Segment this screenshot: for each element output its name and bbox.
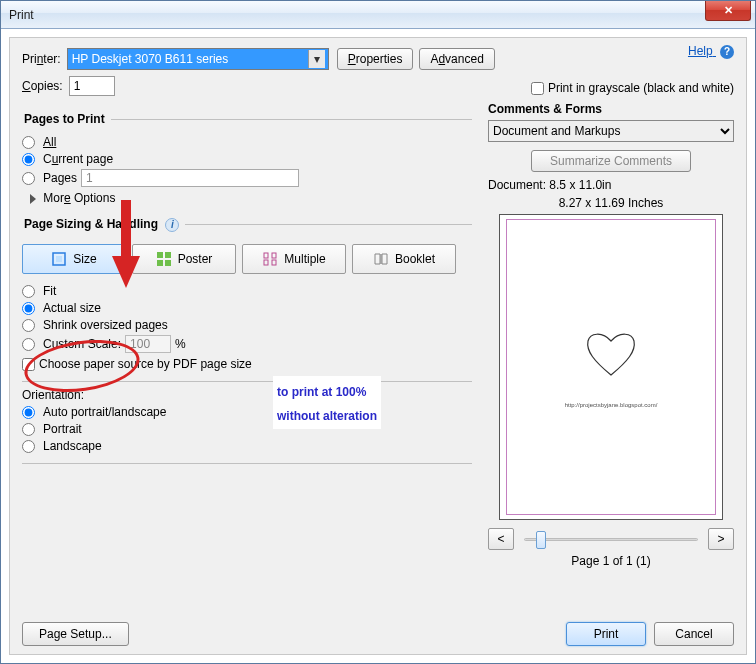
multiple-icon <box>262 251 278 267</box>
multiple-mode-button[interactable]: Multiple <box>242 244 346 274</box>
sizing-legend: Page Sizing & Handling i <box>22 217 185 232</box>
fit-option[interactable]: Fit <box>22 284 472 298</box>
pages-to-print-group: Pages to Print All Current page Pages <box>22 112 472 207</box>
size-mode-button[interactable]: Size <box>22 244 126 274</box>
info-icon[interactable]: i <box>165 218 179 232</box>
shrink-option[interactable]: Shrink oversized pages <box>22 318 472 332</box>
custom-scale-radio[interactable] <box>22 338 35 351</box>
orientation-landscape-option[interactable]: Landscape <box>22 439 472 453</box>
pages-range-label: Pages <box>43 171 77 185</box>
orientation-auto-radio[interactable] <box>22 406 35 419</box>
pages-range-input[interactable] <box>81 169 299 187</box>
poster-icon <box>156 251 172 267</box>
advanced-button[interactable]: Advanced <box>419 48 494 70</box>
pages-current-label: Current page <box>43 152 113 166</box>
more-options-label: More Options <box>43 191 115 205</box>
orientation-portrait-radio[interactable] <box>22 423 35 436</box>
orientation-landscape-radio[interactable] <box>22 440 35 453</box>
preview-nav: < > <box>488 528 734 550</box>
svg-rect-6 <box>272 253 276 258</box>
pages-range-option[interactable]: Pages <box>22 169 472 187</box>
dialog-content: Help ? Printer: HP Deskjet 3070 B611 ser… <box>9 37 747 655</box>
next-page-button[interactable]: > <box>708 528 734 550</box>
grayscale-label: Print in grayscale (black and white) <box>548 81 734 95</box>
help-link[interactable]: Help ? <box>688 44 734 59</box>
page-setup-button[interactable]: Page Setup... <box>22 622 129 646</box>
pages-current-option[interactable]: Current page <box>22 152 472 166</box>
heart-icon <box>584 331 638 379</box>
pages-all-radio[interactable] <box>22 136 35 149</box>
orientation-portrait-option[interactable]: Portrait <box>22 422 472 436</box>
dialog-footer: Page Setup... Print Cancel <box>22 622 734 646</box>
summarize-comments-button[interactable]: Summarize Comments <box>531 150 691 172</box>
preview-caption: http://projectsbyjane.blogspot.com/ <box>565 402 658 408</box>
svg-rect-1 <box>157 252 163 258</box>
help-label: Help <box>688 44 713 58</box>
svg-rect-7 <box>264 260 268 265</box>
booklet-icon <box>373 251 389 267</box>
close-button[interactable]: ✕ <box>705 1 751 21</box>
comments-select[interactable]: Document and Markups <box>488 120 734 142</box>
more-options-toggle[interactable]: More Options <box>30 191 472 205</box>
svg-rect-4 <box>165 260 171 266</box>
pages-legend: Pages to Print <box>22 112 111 126</box>
print-dialog: Print ✕ Help ? Printer: HP Deskjet 3070 … <box>0 0 756 664</box>
right-column: Comments & Forms Document and Markups Su… <box>488 102 734 568</box>
preview-page: http://projectsbyjane.blogspot.com/ <box>506 219 716 515</box>
paper-source-option[interactable]: Choose paper source by PDF page size <box>22 357 472 371</box>
cancel-button[interactable]: Cancel <box>654 622 734 646</box>
page-slider[interactable] <box>524 530 698 548</box>
svg-rect-5 <box>264 253 268 258</box>
triangle-icon <box>30 194 36 204</box>
document-dimensions: Document: 8.5 x 11.0in <box>488 178 734 192</box>
fit-radio[interactable] <box>22 285 35 298</box>
sizing-mode-row: Size Poster Multiple Booklet <box>22 244 472 274</box>
print-button[interactable]: Print <box>566 622 646 646</box>
pages-range-radio[interactable] <box>22 172 35 185</box>
titlebar: Print ✕ <box>1 1 755 29</box>
actual-size-radio[interactable] <box>22 302 35 315</box>
printer-label: Printer: <box>22 52 61 66</box>
svg-rect-3 <box>157 260 163 266</box>
copies-row: Copies: Print in grayscale (black and wh… <box>22 76 734 96</box>
size-icon <box>51 251 67 267</box>
booklet-mode-button[interactable]: Booklet <box>352 244 456 274</box>
orientation-auto-option[interactable]: Auto portrait/landscape <box>22 405 472 419</box>
svg-rect-8 <box>272 260 276 265</box>
printer-row: Printer: HP Deskjet 3070 B611 series Pro… <box>22 48 734 70</box>
printer-select[interactable]: HP Deskjet 3070 B611 series <box>67 48 329 70</box>
help-icon: ? <box>720 45 734 59</box>
grayscale-option[interactable]: Print in grayscale (black and white) <box>531 81 734 95</box>
page-dimensions: 8.27 x 11.69 Inches <box>488 196 734 210</box>
orientation-legend: Orientation: <box>22 388 472 402</box>
window-title: Print <box>1 8 34 22</box>
copies-input[interactable] <box>69 76 115 96</box>
prev-page-button[interactable]: < <box>488 528 514 550</box>
custom-scale-input[interactable] <box>125 335 171 353</box>
properties-button[interactable]: Properties <box>337 48 414 70</box>
pages-all-option[interactable]: All <box>22 135 472 149</box>
comments-legend: Comments & Forms <box>488 102 734 116</box>
grayscale-checkbox[interactable] <box>531 82 544 95</box>
poster-mode-button[interactable]: Poster <box>132 244 236 274</box>
print-preview: http://projectsbyjane.blogspot.com/ <box>499 214 723 520</box>
copies-label: Copies: <box>22 79 63 93</box>
page-sizing-group: Page Sizing & Handling i Size Poster <box>22 217 472 371</box>
custom-scale-option[interactable]: Custom Scale: % <box>22 335 472 353</box>
svg-rect-2 <box>165 252 171 258</box>
actual-size-option[interactable]: Actual size <box>22 301 472 315</box>
left-column: Pages to Print All Current page Pages <box>22 102 472 568</box>
pages-current-radio[interactable] <box>22 153 35 166</box>
page-indicator: Page 1 of 1 (1) <box>488 554 734 568</box>
paper-source-checkbox[interactable] <box>22 358 35 371</box>
shrink-radio[interactable] <box>22 319 35 332</box>
